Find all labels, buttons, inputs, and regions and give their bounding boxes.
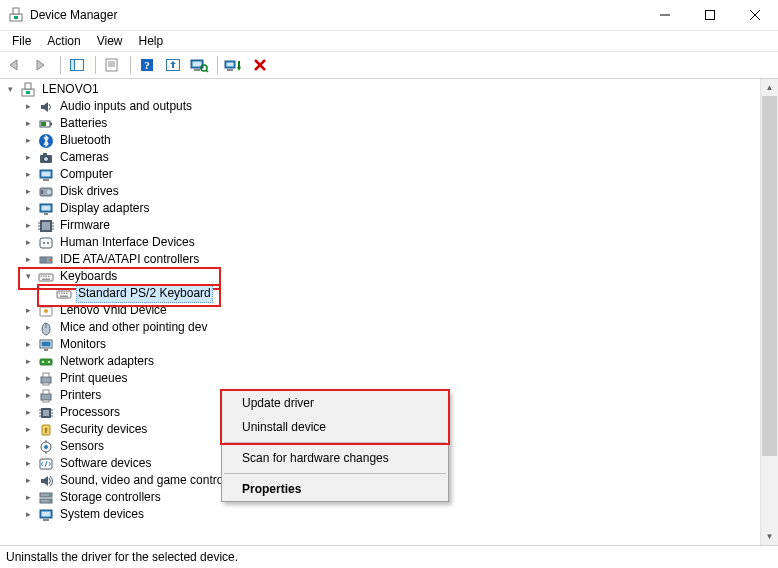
- tree-category-row[interactable]: ▸Batteries: [4, 115, 760, 132]
- tree-category-label: Print queues: [58, 370, 129, 387]
- svg-point-41: [47, 190, 51, 194]
- menu-action[interactable]: Action: [39, 32, 88, 50]
- toolbar: ?: [0, 52, 778, 79]
- tree-category-row[interactable]: ▸Disk drives: [4, 183, 760, 200]
- chevron-right-icon[interactable]: ▸: [22, 438, 34, 455]
- tree-category-row[interactable]: ▸Cameras: [4, 149, 760, 166]
- svg-rect-86: [43, 383, 49, 385]
- chevron-right-icon[interactable]: ▸: [22, 489, 34, 506]
- tree-category-label: Keyboards: [58, 268, 119, 285]
- context-uninstall-device[interactable]: Uninstall device: [222, 415, 448, 439]
- app-icon: [8, 7, 24, 23]
- svg-rect-66: [48, 275, 50, 277]
- svg-rect-22: [227, 63, 234, 67]
- menu-file[interactable]: File: [4, 32, 39, 50]
- chevron-right-icon[interactable]: ▸: [22, 404, 34, 421]
- tree-category-row[interactable]: ▸Audio inputs and outputs: [4, 98, 760, 115]
- chevron-right-icon[interactable]: ▸: [22, 166, 34, 183]
- svg-point-102: [44, 445, 48, 449]
- scroll-down-button[interactable]: ▼: [761, 528, 778, 545]
- tree-category-row[interactable]: ▸IDE ATA/ATAPI controllers: [4, 251, 760, 268]
- chevron-right-icon[interactable]: ▸: [22, 251, 34, 268]
- tree-category-row[interactable]: ▸Human Interface Devices: [4, 234, 760, 251]
- chevron-right-icon[interactable]: ▸: [22, 353, 34, 370]
- chevron-right-icon[interactable]: ▸: [22, 234, 34, 251]
- svg-point-55: [43, 242, 45, 244]
- back-button[interactable]: [4, 54, 28, 76]
- tree-root-row[interactable]: ▾LENOVO1: [4, 81, 760, 98]
- show-hide-tree-button[interactable]: [65, 54, 89, 76]
- bluetooth-icon: [38, 133, 54, 149]
- chevron-right-icon[interactable]: ▸: [22, 421, 34, 438]
- tree-category-row[interactable]: ▸Bluetooth: [4, 132, 760, 149]
- menu-view[interactable]: View: [89, 32, 131, 50]
- lenovo-icon: [38, 303, 54, 319]
- tree-category-row[interactable]: ▾Keyboards: [4, 268, 760, 285]
- scroll-track[interactable]: [761, 96, 778, 528]
- tree-category-row[interactable]: ▸Print queues: [4, 370, 760, 387]
- tree-category-row[interactable]: ▸Lenovo Vhid Device: [4, 302, 760, 319]
- tree-category-label: Security devices: [58, 421, 149, 438]
- maximize-button[interactable]: [687, 0, 732, 30]
- chevron-right-icon[interactable]: ▸: [22, 472, 34, 489]
- svg-point-56: [47, 242, 49, 244]
- uninstall-device-button[interactable]: [222, 54, 246, 76]
- system-icon: [38, 507, 54, 523]
- tree-category-row[interactable]: ▸Mice and other pointing dev: [4, 319, 760, 336]
- context-separator: [224, 473, 446, 474]
- chevron-right-icon[interactable]: ▸: [22, 183, 34, 200]
- svg-rect-18: [194, 69, 200, 71]
- audio-icon: [38, 99, 54, 115]
- window-title: Device Manager: [30, 8, 117, 22]
- tree-device-row[interactable]: Standard PS/2 Keyboard: [4, 285, 760, 302]
- svg-rect-85: [43, 373, 49, 377]
- scan-hardware-button[interactable]: [187, 54, 211, 76]
- svg-rect-39: [43, 179, 49, 181]
- svg-rect-81: [40, 359, 52, 365]
- svg-rect-71: [64, 292, 66, 294]
- properties-button[interactable]: [100, 54, 124, 76]
- delete-button[interactable]: [248, 54, 272, 76]
- tree-category-row[interactable]: ▸System devices: [4, 506, 760, 523]
- forward-button[interactable]: [30, 54, 54, 76]
- scroll-thumb[interactable]: [762, 96, 777, 456]
- chevron-right-icon[interactable]: ▸: [22, 387, 34, 404]
- tree-category-label: Audio inputs and outputs: [58, 98, 194, 115]
- svg-rect-87: [41, 394, 51, 400]
- chevron-right-icon[interactable]: ▸: [22, 132, 34, 149]
- chevron-right-icon[interactable]: ▸: [22, 217, 34, 234]
- chevron-right-icon[interactable]: ▸: [22, 149, 34, 166]
- tree-category-row[interactable]: ▸Network adapters: [4, 353, 760, 370]
- chevron-right-icon[interactable]: ▸: [22, 200, 34, 217]
- tree-category-row[interactable]: ▸Firmware: [4, 217, 760, 234]
- chevron-right-icon[interactable]: ▸: [22, 455, 34, 472]
- help-button[interactable]: ?: [135, 54, 159, 76]
- computer-icon: [20, 82, 36, 98]
- chevron-down-icon[interactable]: ▾: [22, 268, 34, 285]
- tree-category-row[interactable]: ▸Monitors: [4, 336, 760, 353]
- chevron-right-icon[interactable]: ▸: [22, 506, 34, 523]
- tree-category-row[interactable]: ▸Display adapters: [4, 200, 760, 217]
- context-update-driver[interactable]: Update driver: [222, 391, 448, 415]
- chevron-right-icon[interactable]: ▸: [22, 370, 34, 387]
- chevron-right-icon[interactable]: ▸: [22, 302, 34, 319]
- svg-rect-73: [60, 295, 68, 297]
- context-scan-hardware[interactable]: Scan for hardware changes: [222, 446, 448, 470]
- menu-help[interactable]: Help: [131, 32, 172, 50]
- chevron-right-icon[interactable]: ▸: [22, 336, 34, 353]
- processor-icon: [38, 405, 54, 421]
- chevron-right-icon[interactable]: ▸: [22, 319, 34, 336]
- network-icon: [38, 354, 54, 370]
- minimize-button[interactable]: [642, 0, 687, 30]
- close-button[interactable]: [732, 0, 778, 30]
- context-properties[interactable]: Properties: [222, 477, 448, 501]
- chevron-right-icon[interactable]: ▸: [22, 98, 34, 115]
- svg-point-110: [49, 500, 51, 502]
- chevron-right-icon[interactable]: ▸: [22, 115, 34, 132]
- scroll-up-button[interactable]: ▲: [761, 79, 778, 96]
- tree-category-row[interactable]: ▸Computer: [4, 166, 760, 183]
- chevron-down-icon[interactable]: ▾: [4, 81, 16, 98]
- update-driver-button[interactable]: [161, 54, 185, 76]
- vertical-scrollbar[interactable]: ▲ ▼: [760, 79, 778, 545]
- tree-category-label: Network adapters: [58, 353, 156, 370]
